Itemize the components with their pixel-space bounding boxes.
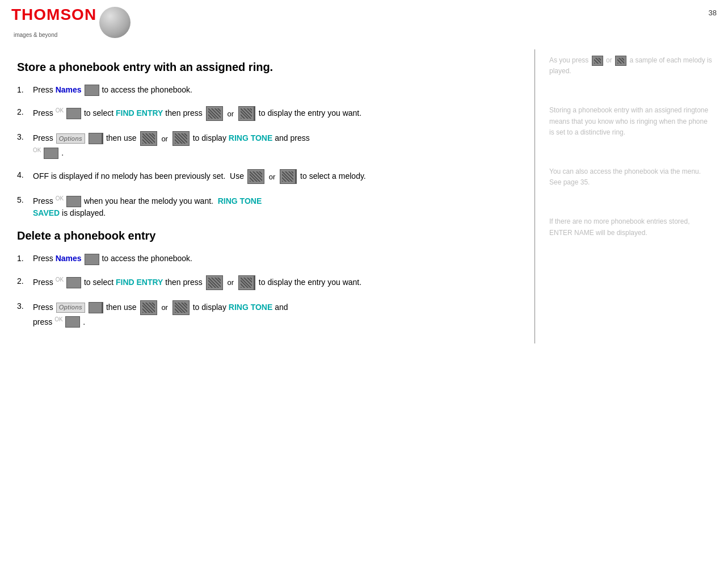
step-del-content-2: Press OK to select FIND ENTRY then press…	[33, 275, 517, 290]
or-text-3: or	[161, 135, 168, 143]
nav-down-icon-3[interactable]	[172, 131, 190, 146]
section-delete-title: Delete a phonebook entry	[17, 229, 517, 242]
note-3: You can also access the phonebook via th…	[549, 166, 714, 188]
note-nav2-icon	[615, 56, 626, 66]
nav-down-icon-d3[interactable]	[172, 300, 190, 315]
step-store-4: 4. OFF is displayed if no melody has bee…	[17, 169, 517, 184]
ok-super-3: OK	[33, 147, 41, 153]
note-1: As you press or a sample of each melody …	[549, 55, 714, 77]
nav-up-icon-3[interactable]	[140, 131, 157, 146]
step-store-5: 5. Press OK when you hear the melody you…	[17, 194, 517, 219]
logo-tagline: images & beyond	[14, 32, 57, 38]
names-btn-d1[interactable]	[85, 254, 99, 265]
note-3-text: You can also access the phonebook via th…	[549, 167, 701, 186]
options-btn-3[interactable]	[89, 133, 103, 144]
page-number: 38	[709, 6, 717, 17]
nav-up-icon-d2[interactable]	[206, 275, 223, 290]
names-label-1: Names	[56, 85, 82, 94]
ok-super-d3: OK	[54, 316, 62, 322]
ringtone-label-d3: RING TONE	[229, 302, 273, 311]
or-text-2: or	[227, 110, 234, 118]
nav-up-icon-4[interactable]	[247, 169, 264, 184]
ok-super-2: OK	[56, 107, 64, 114]
names-label-d1: Names	[56, 254, 82, 263]
note-1-text: As you press or a sample of each melody …	[549, 56, 712, 75]
section-delete: Delete a phonebook entry 1. Press Names …	[17, 229, 517, 328]
ok-btn-3[interactable]	[44, 148, 58, 159]
step-content-2: Press OK to select FIND ENTRY then press…	[33, 106, 517, 121]
step-store-1: 1. Press Names to access the phonebook.	[17, 84, 517, 96]
section-store: Store a phonebook entry with an assigned…	[17, 61, 517, 219]
left-column: Store a phonebook entry with an assigned…	[0, 49, 535, 343]
step-content-3: Press Options then use or to display RIN…	[33, 131, 517, 159]
note-nav1-icon	[592, 56, 603, 66]
nav-up-icon-2[interactable]	[206, 106, 223, 121]
step-del-num-2: 2.	[17, 275, 33, 286]
options-btn-d3[interactable]	[89, 302, 103, 313]
step-del-num-3: 3.	[17, 300, 33, 311]
step-num-3: 3.	[17, 131, 33, 141]
step-num-1: 1.	[17, 84, 33, 94]
find-entry-d2: FIND ENTRY	[116, 277, 163, 286]
options-label-d3: Options	[56, 303, 85, 313]
logo-circle	[99, 7, 131, 38]
step-del-num-1: 1.	[17, 253, 33, 263]
nav-down-icon-2[interactable]	[238, 106, 255, 121]
note-2: Storing a phonebook entry with an assign…	[549, 105, 714, 138]
ok-super-5: OK	[56, 195, 64, 202]
options-label-3: Options	[56, 133, 85, 144]
ok-super-d2: OK	[56, 276, 64, 283]
names-btn-1[interactable]	[85, 85, 99, 96]
step-content-4: OFF is displayed if no melody has been p…	[33, 169, 517, 184]
step-delete-1: 1. Press Names to access the phonebook.	[17, 253, 517, 265]
ok-btn-2[interactable]	[66, 108, 81, 119]
step-num-5: 5.	[17, 194, 33, 204]
step-store-3: 3. Press Options then use or to display …	[17, 131, 517, 159]
logo-area: THOMSON images & beyond	[11, 6, 131, 38]
note-2-text: Storing a phonebook entry with an assign…	[549, 106, 708, 136]
header: THOMSON images & beyond 38	[0, 0, 728, 44]
logo-text: THOMSON	[11, 6, 96, 24]
step-num-2: 2.	[17, 106, 33, 116]
step-del-content-3: Press Options then use or to display RIN…	[33, 300, 517, 328]
step-delete-2: 2. Press OK to select FIND ENTRY then pr…	[17, 275, 517, 290]
section-store-title: Store a phonebook entry with an assigned…	[17, 61, 517, 74]
ok-btn-d2[interactable]	[66, 277, 81, 288]
step-content-1: Press Names to access the phonebook.	[33, 84, 517, 96]
nav-up-icon-d3[interactable]	[140, 300, 157, 315]
note-4-text: If there are no more phonebook entries s…	[549, 217, 689, 236]
ok-btn-5[interactable]	[66, 196, 81, 207]
right-column: As you press or a sample of each melody …	[535, 49, 728, 343]
step-num-4: 4.	[17, 169, 33, 179]
or-text-d3: or	[161, 303, 168, 312]
note-4: If there are no more phonebook entries s…	[549, 216, 714, 238]
or-text-d2: or	[227, 278, 234, 287]
find-entry-2: FIND ENTRY	[116, 108, 163, 118]
step-delete-3: 3. Press Options then use or to display …	[17, 300, 517, 328]
step-del-content-1: Press Names to access the phonebook.	[33, 253, 517, 265]
ringtone-label-3: RING TONE	[229, 133, 273, 142]
ok-btn-d3[interactable]	[65, 316, 80, 328]
main-layout: Store a phonebook entry with an assigned…	[0, 44, 728, 349]
nav-down-icon-d2[interactable]	[238, 275, 255, 290]
nav-down-icon-4[interactable]	[280, 169, 297, 184]
step-content-5: Press OK when you hear the melody you wa…	[33, 194, 517, 219]
step-store-2: 2. Press OK to select FIND ENTRY then pr…	[17, 106, 517, 121]
or-text-4: or	[269, 173, 276, 181]
